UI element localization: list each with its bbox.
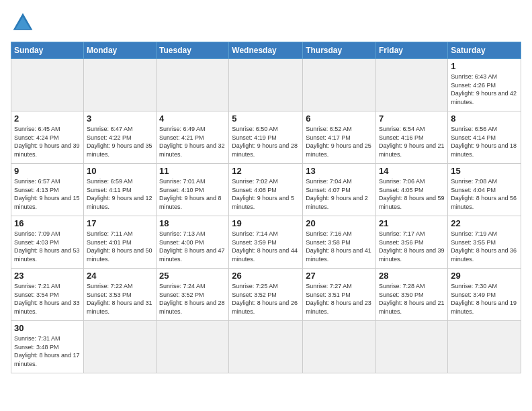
calendar-cell: 16Sunrise: 7:09 AM Sunset: 4:03 PM Dayli… (11, 216, 84, 269)
calendar-week-3: 9Sunrise: 6:57 AM Sunset: 4:13 PM Daylig… (11, 164, 521, 216)
day-info: Sunrise: 7:24 AM Sunset: 3:52 PM Dayligh… (159, 282, 226, 316)
day-info: Sunrise: 7:16 AM Sunset: 3:58 PM Dayligh… (306, 230, 373, 263)
calendar-cell: 30Sunrise: 7:31 AM Sunset: 3:48 PM Dayli… (11, 321, 84, 373)
weekday-header-friday: Friday (376, 42, 448, 59)
calendar-cell: 25Sunrise: 7:24 AM Sunset: 3:52 PM Dayli… (157, 269, 229, 321)
calendar-cell: 11Sunrise: 7:01 AM Sunset: 4:10 PM Dayli… (157, 164, 229, 216)
day-number: 19 (232, 218, 300, 228)
weekday-header-wednesday: Wednesday (229, 42, 303, 59)
day-number: 1 (451, 61, 518, 71)
day-number: 11 (159, 166, 226, 176)
calendar-cell (303, 59, 376, 111)
day-info: Sunrise: 7:11 AM Sunset: 4:01 PM Dayligh… (87, 230, 153, 263)
day-info: Sunrise: 7:25 AM Sunset: 3:52 PM Dayligh… (232, 282, 300, 316)
day-info: Sunrise: 7:08 AM Sunset: 4:04 PM Dayligh… (451, 177, 518, 211)
day-info: Sunrise: 6:59 AM Sunset: 4:11 PM Dayligh… (87, 177, 153, 211)
weekday-header-saturday: Saturday (448, 42, 521, 59)
day-info: Sunrise: 7:22 AM Sunset: 3:53 PM Dayligh… (87, 282, 153, 316)
day-info: Sunrise: 6:54 AM Sunset: 4:16 PM Dayligh… (379, 125, 445, 158)
day-number: 30 (14, 323, 81, 333)
calendar-cell: 20Sunrise: 7:16 AM Sunset: 3:58 PM Dayli… (303, 216, 376, 269)
calendar-cell: 15Sunrise: 7:08 AM Sunset: 4:04 PM Dayli… (448, 164, 521, 216)
day-number: 8 (451, 113, 518, 124)
calendar-cell: 19Sunrise: 7:14 AM Sunset: 3:59 PM Dayli… (229, 216, 303, 269)
calendar-cell: 27Sunrise: 7:27 AM Sunset: 3:51 PM Dayli… (303, 269, 376, 321)
day-number: 18 (159, 218, 226, 228)
calendar-week-6: 30Sunrise: 7:31 AM Sunset: 3:48 PM Dayli… (11, 321, 521, 373)
calendar-cell (448, 321, 521, 373)
day-info: Sunrise: 7:13 AM Sunset: 4:00 PM Dayligh… (159, 230, 226, 263)
day-number: 6 (306, 113, 373, 124)
day-number: 25 (159, 271, 226, 281)
calendar-cell: 23Sunrise: 7:21 AM Sunset: 3:54 PM Dayli… (11, 269, 84, 321)
calendar-cell (303, 321, 376, 373)
calendar-cell: 22Sunrise: 7:19 AM Sunset: 3:55 PM Dayli… (448, 216, 521, 269)
weekday-header-thursday: Thursday (303, 42, 376, 59)
day-number: 26 (232, 271, 300, 281)
calendar-cell: 17Sunrise: 7:11 AM Sunset: 4:01 PM Dayli… (83, 216, 156, 269)
day-info: Sunrise: 7:21 AM Sunset: 3:54 PM Dayligh… (14, 282, 81, 316)
weekday-header-tuesday: Tuesday (157, 42, 229, 59)
day-info: Sunrise: 6:50 AM Sunset: 4:19 PM Dayligh… (232, 125, 300, 158)
day-info: Sunrise: 7:09 AM Sunset: 4:03 PM Dayligh… (14, 230, 81, 263)
calendar-cell: 18Sunrise: 7:13 AM Sunset: 4:00 PM Dayli… (157, 216, 229, 269)
day-info: Sunrise: 7:02 AM Sunset: 4:08 PM Dayligh… (232, 177, 300, 211)
day-number: 5 (232, 113, 300, 124)
calendar-cell: 13Sunrise: 7:04 AM Sunset: 4:07 PM Dayli… (303, 164, 376, 216)
day-info: Sunrise: 6:47 AM Sunset: 4:22 PM Dayligh… (87, 125, 153, 158)
day-info: Sunrise: 7:31 AM Sunset: 3:48 PM Dayligh… (14, 334, 81, 368)
calendar-table: SundayMondayTuesdayWednesdayThursdayFrid… (11, 42, 521, 373)
calendar-cell (83, 59, 156, 111)
day-info: Sunrise: 6:45 AM Sunset: 4:24 PM Dayligh… (14, 125, 81, 158)
calendar-cell (229, 321, 303, 373)
calendar-cell: 21Sunrise: 7:17 AM Sunset: 3:56 PM Dayli… (376, 216, 448, 269)
day-number: 14 (379, 166, 445, 176)
day-number: 15 (451, 166, 518, 176)
calendar-cell (157, 59, 229, 111)
day-info: Sunrise: 6:49 AM Sunset: 4:21 PM Dayligh… (159, 125, 226, 158)
day-info: Sunrise: 7:17 AM Sunset: 3:56 PM Dayligh… (379, 230, 445, 263)
day-number: 29 (451, 271, 518, 281)
calendar-header: SundayMondayTuesdayWednesdayThursdayFrid… (11, 42, 521, 59)
calendar-cell: 4Sunrise: 6:49 AM Sunset: 4:21 PM Daylig… (157, 111, 229, 164)
calendar-cell (11, 59, 84, 111)
day-number: 7 (379, 113, 445, 124)
weekday-header-monday: Monday (83, 42, 156, 59)
day-info: Sunrise: 6:43 AM Sunset: 4:26 PM Dayligh… (451, 73, 518, 106)
calendar-cell (229, 59, 303, 111)
header (11, 11, 521, 35)
calendar-cell (376, 59, 448, 111)
weekday-header-sunday: Sunday (11, 42, 84, 59)
day-number: 12 (232, 166, 300, 176)
calendar-cell: 3Sunrise: 6:47 AM Sunset: 4:22 PM Daylig… (83, 111, 156, 164)
day-number: 2 (14, 113, 81, 124)
logo (11, 11, 38, 35)
day-number: 28 (379, 271, 445, 281)
day-number: 4 (159, 113, 226, 124)
day-info: Sunrise: 7:27 AM Sunset: 3:51 PM Dayligh… (306, 282, 373, 316)
day-number: 24 (87, 271, 153, 281)
day-info: Sunrise: 7:30 AM Sunset: 3:49 PM Dayligh… (451, 282, 518, 316)
day-info: Sunrise: 7:04 AM Sunset: 4:07 PM Dayligh… (306, 177, 373, 211)
day-number: 27 (306, 271, 373, 281)
day-number: 9 (14, 166, 81, 176)
calendar-cell: 8Sunrise: 6:56 AM Sunset: 4:14 PM Daylig… (448, 111, 521, 164)
page: SundayMondayTuesdayWednesdayThursdayFrid… (0, 0, 532, 411)
calendar-cell: 24Sunrise: 7:22 AM Sunset: 3:53 PM Dayli… (83, 269, 156, 321)
day-info: Sunrise: 7:14 AM Sunset: 3:59 PM Dayligh… (232, 230, 300, 263)
calendar-week-4: 16Sunrise: 7:09 AM Sunset: 4:03 PM Dayli… (11, 216, 521, 269)
calendar-cell: 14Sunrise: 7:06 AM Sunset: 4:05 PM Dayli… (376, 164, 448, 216)
calendar-week-1: 1Sunrise: 6:43 AM Sunset: 4:26 PM Daylig… (11, 59, 521, 111)
day-info: Sunrise: 7:28 AM Sunset: 3:50 PM Dayligh… (379, 282, 445, 316)
day-number: 17 (87, 218, 153, 228)
calendar-cell: 1Sunrise: 6:43 AM Sunset: 4:26 PM Daylig… (448, 59, 521, 111)
calendar-cell: 29Sunrise: 7:30 AM Sunset: 3:49 PM Dayli… (448, 269, 521, 321)
day-info: Sunrise: 6:52 AM Sunset: 4:17 PM Dayligh… (306, 125, 373, 158)
day-info: Sunrise: 6:56 AM Sunset: 4:14 PM Dayligh… (451, 125, 518, 158)
day-number: 13 (306, 166, 373, 176)
calendar-week-2: 2Sunrise: 6:45 AM Sunset: 4:24 PM Daylig… (11, 111, 521, 164)
calendar-cell (157, 321, 229, 373)
calendar-cell: 6Sunrise: 6:52 AM Sunset: 4:17 PM Daylig… (303, 111, 376, 164)
day-number: 10 (87, 166, 153, 176)
day-number: 22 (451, 218, 518, 228)
